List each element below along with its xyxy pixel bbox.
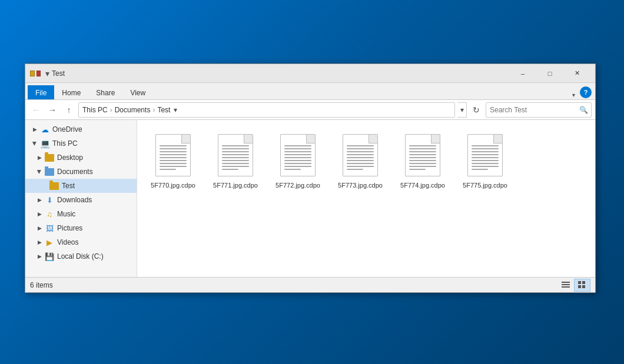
desktop-folder-icon [44, 152, 55, 163]
ribbon-expand-icon[interactable]: ▾ [569, 91, 579, 99]
doc-line [284, 148, 311, 149]
doc-line [472, 145, 499, 146]
path-test[interactable]: Test [157, 106, 170, 114]
doc-line [409, 148, 436, 149]
file-item[interactable]: 5F774.jpg.cdpo [396, 129, 449, 192]
document-icon [405, 134, 440, 176]
sidebar-label-downloads: Downloads [57, 196, 92, 204]
close-button[interactable]: ✕ [563, 64, 590, 83]
doc-line [222, 166, 249, 167]
sidebar-label-onedrive: OneDrive [52, 125, 82, 133]
sidebar-item-onedrive[interactable]: ▶ ☁ OneDrive [25, 122, 137, 136]
folder-icon-sq1 [30, 71, 35, 76]
sidebar-item-documents[interactable]: ▶ Documents [25, 165, 137, 179]
sidebar-item-local-disk[interactable]: ▶ 💾 Local Disk (C:) [25, 249, 137, 263]
file-icon-container [152, 132, 194, 179]
doc-line [222, 154, 249, 155]
svg-rect-6 [582, 285, 585, 288]
doc-line [160, 157, 187, 158]
sidebar-label-test: Test [62, 182, 75, 190]
file-icon-container [214, 132, 257, 179]
tab-share[interactable]: Share [88, 85, 122, 99]
doc-line [347, 166, 374, 167]
doc-line [284, 154, 311, 155]
disk-icon: 💾 [44, 251, 55, 262]
doc-line [409, 169, 426, 170]
doc-line [409, 145, 436, 146]
doc-line [472, 169, 488, 170]
file-item[interactable]: 5F775.jpg.cdpo [459, 129, 512, 192]
file-icon-container [339, 132, 381, 179]
doc-line [284, 163, 311, 164]
document-icon [280, 134, 316, 176]
address-dropdown[interactable]: ▾ [457, 102, 467, 118]
sidebar-item-pictures[interactable]: ▶ 🖼 Pictures [25, 221, 137, 235]
file-item[interactable]: 5F773.jpg.cdpo [334, 129, 387, 192]
tab-view[interactable]: View [122, 85, 153, 99]
doc-line [347, 145, 374, 146]
details-view-button[interactable] [557, 279, 574, 292]
sidebar-item-desktop[interactable]: ▶ Desktop [25, 151, 137, 165]
doc-line [222, 151, 249, 152]
path-dropdown-arrow[interactable]: ▾ [171, 106, 180, 114]
path-this-pc[interactable]: This PC [82, 106, 108, 114]
doc-lines [222, 145, 249, 170]
doc-lines [409, 145, 436, 170]
help-button[interactable]: ? [580, 86, 592, 98]
file-item[interactable]: 5F771.jpg.cdpo [209, 129, 262, 192]
search-input[interactable] [486, 102, 592, 118]
doc-line [472, 160, 499, 161]
address-path[interactable]: This PC › Documents › Test ▾ [78, 102, 455, 118]
doc-line [222, 163, 249, 164]
doc-lines [347, 145, 374, 170]
doc-line [472, 154, 499, 155]
title-controls: – □ ✕ [509, 64, 590, 83]
refresh-button[interactable]: ↻ [469, 103, 483, 117]
doc-line [160, 148, 187, 149]
document-icon [343, 134, 378, 176]
restore-button[interactable]: □ [536, 64, 563, 83]
doc-line [160, 163, 187, 164]
doc-line [160, 169, 176, 170]
back-button[interactable]: ← [29, 103, 43, 117]
onedrive-expand-arrow: ▶ [30, 125, 39, 134]
sidebar-item-test[interactable]: ▶ Test [25, 179, 137, 193]
file-icon-container [277, 132, 319, 179]
desktop-expand-arrow: ▶ [35, 153, 44, 162]
search-container: 🔍 [486, 102, 592, 118]
file-item[interactable]: 5F772.jpg.cdpo [271, 129, 324, 192]
document-icon [467, 134, 503, 176]
tab-home[interactable]: Home [54, 85, 88, 99]
doc-line [347, 169, 363, 170]
doc-line [222, 169, 238, 170]
doc-line [160, 151, 187, 152]
test-folder-icon [49, 181, 59, 191]
sidebar-item-music[interactable]: ▶ ♫ Music [25, 207, 137, 221]
forward-button[interactable]: → [45, 103, 59, 117]
file-item[interactable]: 5F770.jpg.cdpo [147, 129, 200, 192]
svg-rect-3 [578, 281, 581, 284]
pc-icon: 💻 [39, 138, 50, 149]
sidebar-label-local-disk: Local Disk (C:) [57, 252, 104, 261]
minimize-button[interactable]: – [509, 64, 536, 83]
doc-line [347, 160, 374, 161]
sidebar-label-pictures: Pictures [57, 224, 82, 232]
doc-line [409, 154, 436, 155]
path-documents[interactable]: Documents [115, 106, 151, 114]
large-icons-view-button[interactable] [574, 279, 590, 292]
sidebar-item-videos[interactable]: ▶ ▶ Videos [25, 235, 137, 249]
doc-line [472, 157, 499, 158]
doc-line [347, 151, 374, 152]
doc-line [347, 148, 374, 149]
sidebar-label-this-pc: This PC [52, 139, 78, 148]
sidebar-label-music: Music [57, 210, 75, 218]
doc-line [284, 169, 301, 170]
tab-file[interactable]: File [28, 85, 54, 99]
folder-icon-sq2 [36, 71, 41, 76]
up-button[interactable]: ↑ [62, 103, 76, 117]
doc-lines [160, 145, 187, 170]
local-disk-expand-arrow: ▶ [35, 252, 44, 261]
sidebar-item-this-pc[interactable]: ▶ 💻 This PC [25, 136, 137, 151]
doc-line [347, 154, 374, 155]
sidebar-item-downloads[interactable]: ▶ ⬇ Downloads [25, 193, 137, 207]
